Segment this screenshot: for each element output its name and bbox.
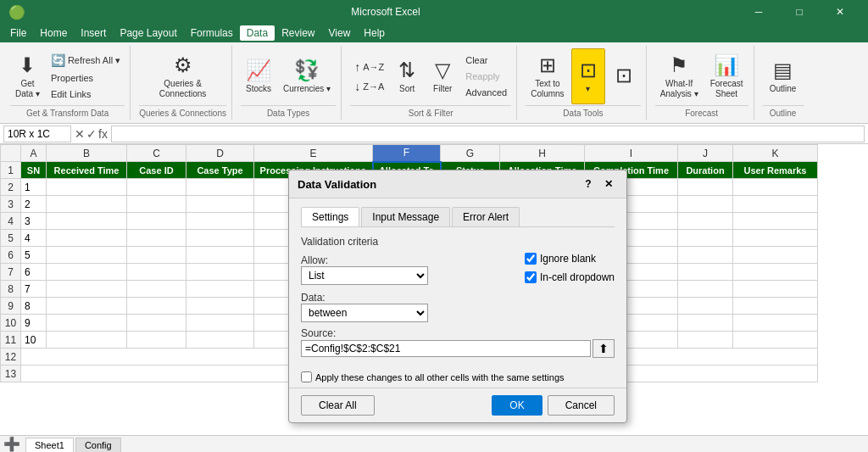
cell-c9[interactable] <box>127 298 186 315</box>
cell-c6[interactable] <box>127 247 186 264</box>
cell-j8[interactable] <box>678 281 733 298</box>
cell-k6[interactable] <box>733 247 818 264</box>
col-header-b[interactable]: B <box>47 145 127 162</box>
cell-a4[interactable]: 3 <box>21 213 47 230</box>
ok-button[interactable]: OK <box>492 395 542 416</box>
cell-j10[interactable] <box>678 315 733 332</box>
queries-connections-button[interactable]: ⚙ Queries &Connections <box>154 48 212 104</box>
cell-j9[interactable] <box>678 298 733 315</box>
cell-a7[interactable]: 6 <box>21 264 47 281</box>
cell-k10[interactable] <box>733 315 818 332</box>
cell-d5[interactable] <box>186 230 254 247</box>
cell-d6[interactable] <box>186 247 254 264</box>
apply-changes-checkbox[interactable] <box>301 371 312 382</box>
clear-all-button[interactable]: Clear All <box>301 395 375 416</box>
cell-j6[interactable] <box>678 247 733 264</box>
cell-b5[interactable] <box>47 230 127 247</box>
confirm-icon[interactable]: ✓ <box>86 127 97 141</box>
cell-b10[interactable] <box>47 315 127 332</box>
cell-a6[interactable]: 5 <box>21 247 47 264</box>
cell-c11[interactable] <box>127 332 186 349</box>
cell-b2[interactable] <box>47 179 127 196</box>
col-header-g[interactable]: G <box>441 145 500 162</box>
menu-insert[interactable]: Insert <box>74 25 113 41</box>
formula-input[interactable] <box>111 126 865 142</box>
cell-k4[interactable] <box>733 213 818 230</box>
close-button[interactable]: ✕ <box>821 0 860 24</box>
dialog-help-button[interactable]: ? <box>579 176 598 193</box>
cell-j2[interactable] <box>678 179 733 196</box>
menu-review[interactable]: Review <box>275 25 321 41</box>
menu-help[interactable]: Help <box>357 25 392 41</box>
tab-input-message[interactable]: Input Message <box>361 207 450 226</box>
cell-d1[interactable]: Case Type <box>186 162 254 179</box>
tab-settings[interactable]: Settings <box>301 207 359 226</box>
edit-links-button[interactable]: Edit Links <box>47 86 125 102</box>
cell-b4[interactable] <box>47 213 127 230</box>
col-header-i[interactable]: I <box>585 145 678 162</box>
cell-a11[interactable]: 10 <box>21 332 47 349</box>
menu-page-layout[interactable]: Page Layout <box>113 25 183 41</box>
filter-button[interactable]: ▽ Filter <box>426 48 459 104</box>
flash-fill-button[interactable]: ⊡ <box>607 48 641 104</box>
col-header-h[interactable]: H <box>500 145 585 162</box>
reapply-button[interactable]: Reapply <box>461 69 511 84</box>
cell-d8[interactable] <box>186 281 254 298</box>
sort-button[interactable]: ⇅ Sort <box>390 48 424 104</box>
cell-b11[interactable] <box>47 332 127 349</box>
cell-j11[interactable] <box>678 332 733 349</box>
menu-formulas[interactable]: Formulas <box>184 25 240 41</box>
cell-c1[interactable]: Case ID <box>127 162 186 179</box>
cell-d9[interactable] <box>186 298 254 315</box>
cell-a5[interactable]: 4 <box>21 230 47 247</box>
cell-a2[interactable]: 1 <box>21 179 47 196</box>
menu-data[interactable]: Data <box>240 25 275 41</box>
cell-b8[interactable] <box>47 281 127 298</box>
tab-sheet1[interactable]: Sheet1 <box>25 438 74 452</box>
cell-d3[interactable] <box>186 196 254 213</box>
col-header-d[interactable]: D <box>186 145 254 162</box>
cell-b7[interactable] <box>47 264 127 281</box>
source-input[interactable] <box>301 340 591 357</box>
forecast-sheet-button[interactable]: 📊 ForecastSheet <box>705 48 748 104</box>
cell-k3[interactable] <box>733 196 818 213</box>
col-header-a[interactable]: A <box>21 145 47 162</box>
cell-b1[interactable]: Received Time <box>47 162 127 179</box>
data-validation-button[interactable]: ⊡ ▾ <box>571 48 605 104</box>
col-header-f[interactable]: F <box>373 145 441 162</box>
menu-home[interactable]: Home <box>33 25 74 41</box>
cell-d2[interactable] <box>186 179 254 196</box>
cell-j1[interactable]: Duration <box>678 162 733 179</box>
dialog-close-button[interactable]: ✕ <box>599 176 618 193</box>
cell-j5[interactable] <box>678 230 733 247</box>
source-collapse-button[interactable]: ⬆ <box>593 339 615 358</box>
tab-error-alert[interactable]: Error Alert <box>452 207 520 226</box>
minimize-button[interactable]: ─ <box>739 0 778 24</box>
function-icon[interactable]: fx <box>98 127 108 141</box>
what-if-button[interactable]: ⚑ What-IfAnalysis ▾ <box>655 48 704 104</box>
cell-b6[interactable] <box>47 247 127 264</box>
cell-d11[interactable] <box>186 332 254 349</box>
cell-c2[interactable] <box>127 179 186 196</box>
cell-d7[interactable] <box>186 264 254 281</box>
currencies-button[interactable]: 💱 Currencies ▾ <box>278 48 336 104</box>
name-box[interactable] <box>3 126 71 142</box>
cell-a1[interactable]: SN <box>21 162 47 179</box>
col-header-k[interactable]: K <box>733 145 818 162</box>
ignore-blank-checkbox[interactable] <box>525 253 537 265</box>
cell-k8[interactable] <box>733 281 818 298</box>
cell-k11[interactable] <box>733 332 818 349</box>
cell-c8[interactable] <box>127 281 186 298</box>
in-cell-dropdown-checkbox[interactable] <box>525 271 537 283</box>
add-sheet-button[interactable]: ➕ <box>3 436 20 452</box>
cell-a10[interactable]: 9 <box>21 315 47 332</box>
tab-config[interactable]: Config <box>75 438 121 452</box>
cell-j4[interactable] <box>678 213 733 230</box>
get-data-button[interactable]: ⬇ GetData ▾ <box>10 48 45 104</box>
stocks-button[interactable]: 📈 Stocks <box>241 48 276 104</box>
cell-c5[interactable] <box>127 230 186 247</box>
cell-b3[interactable] <box>47 196 127 213</box>
col-header-j[interactable]: J <box>678 145 733 162</box>
sort-za-button[interactable]: ↓ Z→A <box>350 77 388 96</box>
cell-j3[interactable] <box>678 196 733 213</box>
